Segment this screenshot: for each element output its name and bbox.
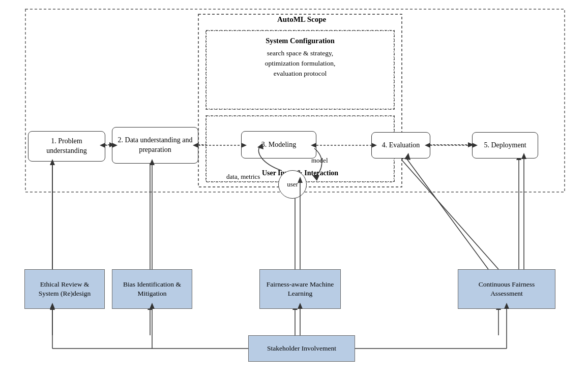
problem-box: 1. Problem understanding — [28, 131, 105, 162]
modeling-box: 3. Modeling — [241, 131, 316, 159]
ethical-review-box: Ethical Review & System (Re)design — [24, 269, 105, 309]
continuous-box: Continuous Fairness Assessment — [458, 269, 555, 309]
system-config-box: System Configuration search space & stra… — [206, 30, 394, 109]
svg-line-22 — [402, 160, 498, 269]
automl-scope-label: AutoML Scope — [277, 15, 326, 24]
bias-id-box: Bias Identification & Mitigation — [112, 269, 192, 309]
stakeholder-box: Stakeholder Involvement — [248, 335, 355, 362]
evaluation-box: 4. Evaluation — [371, 132, 430, 159]
diagram: AutoML Scope System Configuration search… — [0, 0, 588, 380]
deployment-box: 5. Deployment — [472, 132, 538, 159]
fairness-ml-box: Fairness-aware Machine Learning — [259, 269, 341, 309]
data-metrics-label: data, metrics — [226, 173, 260, 181]
system-config-label: System Configuration search space & stra… — [214, 36, 387, 79]
data-box: 2. Data understanding and preparation — [112, 127, 198, 164]
user-circle: user — [278, 170, 307, 199]
